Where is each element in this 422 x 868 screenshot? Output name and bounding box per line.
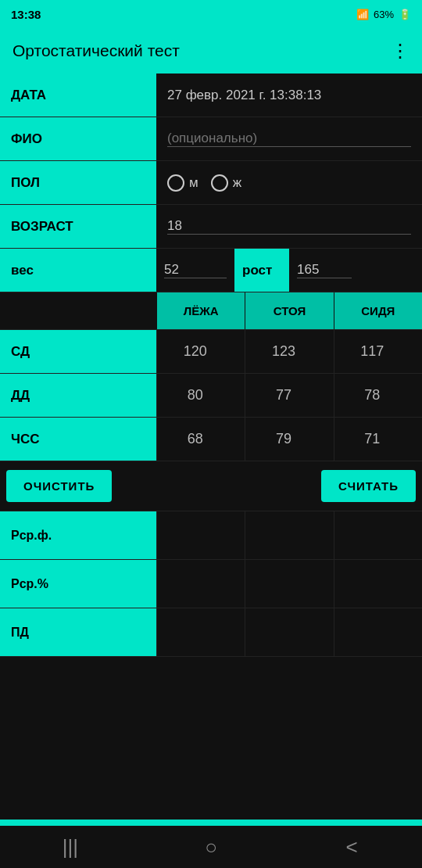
rsrf-lyozha (156, 511, 245, 559)
chss-sidya-input[interactable] (355, 431, 402, 447)
chss-stoya (245, 418, 333, 461)
sd-lyozha (156, 330, 245, 373)
dd-stoya (245, 374, 333, 417)
sd-lyozha-input[interactable] (177, 343, 224, 360)
female-option[interactable]: ж (211, 174, 241, 192)
fio-input[interactable] (167, 131, 411, 147)
rost-value-cell (289, 249, 422, 292)
dd-label: ДД (0, 374, 156, 417)
th-lyozha: ЛЁЖА (156, 292, 245, 329)
date-value: 27 февр. 2021 г. 13:38:13 (167, 88, 321, 103)
pol-label: пол (0, 161, 156, 204)
nav-bar: ||| ○ < (0, 826, 422, 868)
calc-button[interactable]: СЧИТАТЬ (321, 470, 416, 502)
wifi-icon: 📶 (356, 9, 369, 20)
pd-stoya (245, 608, 333, 656)
fio-row: ФИО (0, 117, 422, 161)
rsrp-row: Рср.% (0, 560, 422, 608)
ves-value-cell (156, 249, 234, 292)
male-radio[interactable] (167, 174, 184, 192)
rsrp-lyozha (156, 560, 245, 608)
rsrf-cells (156, 511, 422, 559)
vozrast-label: возраст (0, 205, 156, 248)
app-title: Ортостатический тест (13, 41, 180, 60)
date-row: ДАТА 27 февр. 2021 г. 13:38:13 (0, 74, 422, 117)
nav-menu-icon[interactable]: ||| (47, 831, 94, 863)
female-radio[interactable] (211, 174, 228, 192)
rsrp-label: Рср.% (0, 560, 156, 608)
dd-lyozha-input[interactable] (177, 387, 224, 404)
th-stoya: СТОЯ (245, 292, 333, 329)
content: ДАТА 27 февр. 2021 г. 13:38:13 ФИО пол м… (0, 74, 422, 820)
app-bar: Ортостатический тест ⋮ (0, 28, 422, 74)
sd-row: СД (0, 330, 422, 374)
gender-cell: м ж (156, 161, 422, 204)
rsrf-row: Рср.ф. (0, 511, 422, 560)
bottom-bar-wrapper: ||| ○ < (0, 820, 422, 868)
vozrast-value-cell (156, 205, 422, 248)
sd-sidya (334, 330, 422, 373)
sd-label: СД (0, 330, 156, 373)
fio-label: ФИО (0, 117, 156, 160)
dd-sidya (334, 374, 422, 417)
rsrp-sidya (334, 560, 422, 608)
dd-stoya-input[interactable] (266, 387, 313, 404)
battery-text: 63% (374, 9, 394, 20)
rost-label: рост (234, 249, 289, 292)
dd-sidya-input[interactable] (355, 387, 402, 404)
dd-lyozha (156, 374, 245, 417)
vozrast-row: возраст (0, 205, 422, 249)
th-empty (0, 292, 156, 329)
sd-stoya (245, 330, 333, 373)
buttons-row: ОЧИСТИТЬ СЧИТАТЬ (0, 461, 422, 511)
male-label: м (189, 175, 198, 191)
chss-row: ЧСС (0, 418, 422, 461)
chss-sidya (334, 418, 422, 461)
pd-row: ПД (0, 608, 422, 657)
male-option[interactable]: м (167, 174, 198, 192)
status-time: 13:38 (11, 8, 41, 21)
cyan-bar (0, 820, 422, 826)
status-bar: 13:38 📶 63% 🔋 (0, 0, 422, 28)
chss-stoya-input[interactable] (266, 431, 313, 447)
pd-sidya (334, 608, 422, 656)
pd-label: ПД (0, 608, 156, 656)
rsrf-sidya (334, 511, 422, 559)
date-label: ДАТА (0, 74, 156, 117)
table-header: ЛЁЖА СТОЯ СИДЯ (0, 292, 422, 330)
battery-icon: 🔋 (399, 9, 411, 20)
female-label: ж (233, 175, 241, 191)
clear-button[interactable]: ОЧИСТИТЬ (6, 470, 112, 502)
ves-input[interactable] (164, 262, 227, 278)
status-icons: 📶 63% 🔋 (356, 9, 411, 20)
rost-input[interactable] (297, 262, 352, 278)
nav-back-icon[interactable]: < (328, 831, 375, 863)
ves-label: вес (0, 249, 156, 292)
dd-row: ДД (0, 374, 422, 418)
rsrf-label: Рср.ф. (0, 511, 156, 559)
chss-label: ЧСС (0, 418, 156, 461)
fio-value-cell (156, 117, 422, 160)
chss-lyozha-input[interactable] (177, 431, 224, 447)
pd-cells (156, 608, 422, 656)
sd-stoya-input[interactable] (266, 343, 313, 360)
rsrp-cells (156, 560, 422, 608)
vozrast-input[interactable] (167, 218, 411, 235)
rsrf-stoya (245, 511, 333, 559)
ves-rost-row: вес рост (0, 249, 422, 292)
chss-lyozha (156, 418, 245, 461)
rsrp-stoya (245, 560, 333, 608)
pol-row: пол м ж (0, 161, 422, 205)
th-sidya: СИДЯ (334, 292, 422, 329)
menu-icon[interactable]: ⋮ (391, 40, 409, 62)
nav-home-icon[interactable]: ○ (188, 831, 234, 863)
sd-sidya-input[interactable] (355, 343, 402, 360)
pd-lyozha (156, 608, 245, 656)
date-value-cell: 27 февр. 2021 г. 13:38:13 (156, 74, 422, 117)
